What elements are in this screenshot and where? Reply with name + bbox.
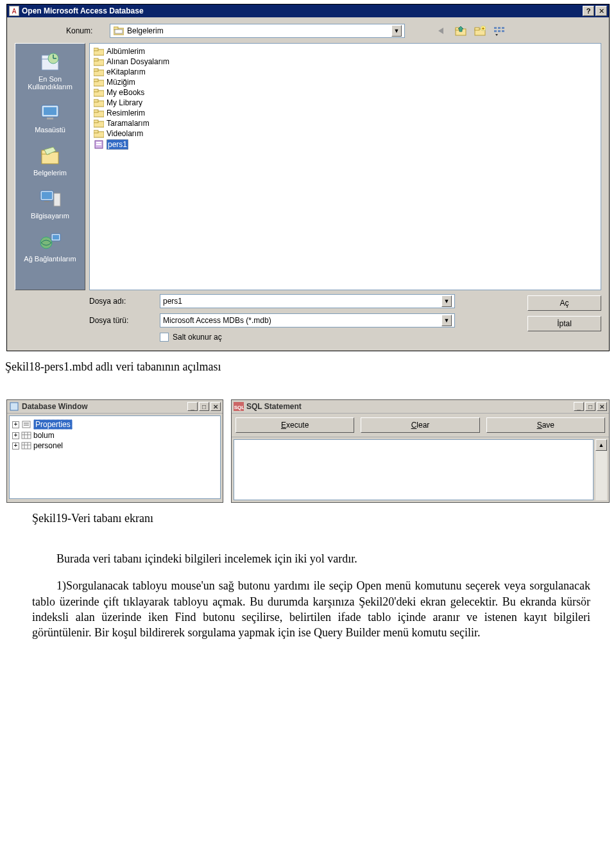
svg-rect-33	[94, 48, 98, 51]
close-button[interactable]: ✕	[597, 402, 607, 411]
expand-icon[interactable]: +	[12, 442, 19, 450]
file-name: Taramalarım	[107, 119, 150, 128]
file-item[interactable]: Videolarım	[92, 128, 598, 139]
file-name: eKitaplarım	[107, 67, 146, 76]
svg-rect-52	[96, 144, 101, 145]
documents-icon	[38, 144, 62, 167]
save-button[interactable]: Save	[486, 417, 605, 433]
minimize-button[interactable]: _	[187, 402, 198, 411]
file-item[interactable]: Müziğim	[92, 77, 598, 87]
scroll-up-icon[interactable]: ▲	[595, 439, 607, 451]
svg-rect-53	[10, 403, 18, 410]
svg-rect-10	[498, 27, 501, 29]
minimize-button[interactable]: _	[574, 402, 584, 411]
back-button[interactable]	[434, 24, 449, 38]
execute-button[interactable]: Execute	[235, 417, 354, 433]
file-name: Resimlerim	[107, 109, 145, 118]
dialog-title: Open Microsoft Access Database	[22, 6, 581, 15]
place-network[interactable]: Ağ Bağlantılarım	[15, 227, 85, 268]
svg-rect-43	[94, 100, 98, 102]
svg-rect-6	[475, 28, 479, 30]
tree-item[interactable]: +bolum	[12, 430, 218, 441]
expand-icon[interactable]: +	[12, 432, 19, 439]
location-label: Konum:	[66, 26, 105, 35]
mdb-file-icon	[94, 140, 104, 149]
svg-rect-47	[94, 120, 98, 123]
file-name: My eBooks	[107, 88, 144, 97]
view-menu-button[interactable]	[492, 24, 506, 38]
svg-rect-31	[53, 235, 59, 240]
db-tree[interactable]: +Properties+bolum+personel	[9, 415, 221, 499]
file-item[interactable]: My Library	[92, 98, 598, 108]
cancel-button[interactable]: İptal	[527, 316, 601, 331]
maximize-button[interactable]: □	[585, 402, 595, 411]
tree-label: bolum	[33, 431, 55, 440]
up-one-level-button[interactable]	[454, 24, 468, 38]
filename-value: pers1	[163, 297, 182, 306]
file-item[interactable]: Taramalarım	[92, 118, 598, 128]
figure-caption-18: Şekil18-pers1.mbd adlı veri tabanının aç…	[5, 360, 616, 374]
filetype-dropdown[interactable]: Microsoft Access MDBs (*.mdb) ▼	[160, 313, 455, 327]
svg-rect-49	[94, 130, 98, 133]
readonly-label: Salt okunur aç	[173, 333, 222, 342]
close-button[interactable]: ✕	[210, 402, 221, 411]
svg-rect-22	[47, 118, 53, 119]
chevron-down-icon: ▼	[441, 295, 452, 307]
file-name: pers1	[107, 139, 128, 150]
sql-window-title: SQL Statement	[246, 402, 302, 411]
file-item[interactable]: Resimlerim	[92, 108, 598, 118]
tree-item[interactable]: +Properties	[12, 419, 218, 430]
db-window-icon	[9, 401, 19, 412]
svg-rect-27	[44, 201, 49, 202]
new-folder-button[interactable]: ✦	[473, 24, 487, 38]
file-item[interactable]: Alınan Dosyalarım	[92, 57, 598, 67]
vertical-scrollbar[interactable]: ▲	[595, 439, 607, 500]
maximize-button[interactable]: □	[199, 402, 209, 411]
help-button[interactable]: ?	[583, 6, 594, 16]
file-item[interactable]: eKitaplarım	[92, 67, 598, 77]
place-computer[interactable]: Bilgisayarım	[15, 184, 85, 225]
file-item[interactable]: My eBooks	[92, 87, 598, 98]
place-label: En Son Kullandıklarım	[15, 75, 85, 91]
place-label: Bilgisayarım	[15, 212, 85, 220]
tree-label: personel	[33, 441, 63, 450]
location-value: Belgelerim	[127, 26, 164, 35]
file-name: Albümlerim	[107, 47, 145, 56]
figure-caption-19: Şekil19-Veri tabanı ekranı	[32, 512, 616, 525]
svg-rect-9	[494, 27, 497, 29]
body-paragraph-2: 1)Sorgulanacak tabloyu mouse'un sağ buto…	[32, 578, 590, 640]
close-button[interactable]: ✕	[595, 6, 607, 16]
sql-textarea[interactable]	[234, 439, 594, 500]
place-label: Ağ Bağlantılarım	[15, 255, 85, 263]
recent-icon	[38, 50, 62, 73]
table-icon	[21, 431, 31, 440]
file-item[interactable]: Albümlerim	[92, 46, 598, 57]
open-database-dialog: A Open Microsoft Access Database ? ✕ Kon…	[6, 4, 610, 351]
folder-icon	[94, 78, 104, 87]
svg-text:SQL: SQL	[234, 405, 244, 410]
readonly-checkbox[interactable]	[160, 333, 169, 342]
svg-rect-45	[94, 110, 98, 112]
file-list[interactable]: AlbümlerimAlınan DosyalarımeKitaplarımMü…	[89, 43, 601, 290]
computer-icon	[38, 187, 62, 210]
filename-input[interactable]: pers1 ▼	[160, 294, 455, 308]
tree-item[interactable]: +personel	[12, 441, 218, 451]
svg-rect-57	[22, 432, 31, 439]
place-desktop[interactable]: Masaüstü	[15, 98, 85, 139]
chevron-down-icon: ▼	[441, 315, 452, 326]
svg-rect-35	[94, 58, 98, 61]
properties-icon	[21, 420, 31, 429]
app-icon: A	[9, 6, 19, 16]
clear-button[interactable]: Clear	[361, 417, 479, 433]
network-icon	[38, 230, 62, 253]
expand-icon[interactable]: +	[12, 421, 19, 428]
file-item[interactable]: pers1	[92, 139, 598, 150]
table-icon	[21, 441, 31, 450]
open-button[interactable]: Aç	[527, 295, 601, 311]
file-name: Videolarım	[107, 129, 143, 138]
place-label: Masaüstü	[15, 126, 85, 134]
place-documents[interactable]: Belgelerim	[15, 141, 85, 182]
folder-icon	[94, 57, 104, 66]
place-recent[interactable]: En Son Kullandıklarım	[15, 48, 85, 96]
location-dropdown[interactable]: Belgelerim ▼	[110, 24, 405, 38]
